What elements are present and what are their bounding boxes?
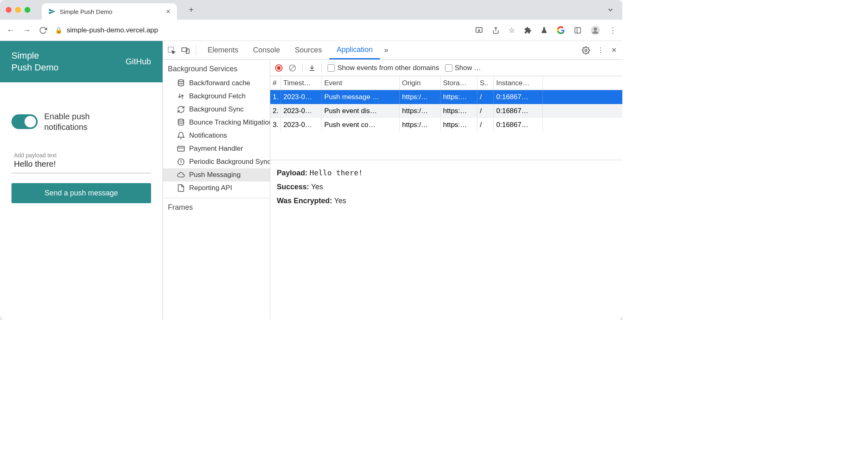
section-background-services: Background Services (163, 60, 270, 77)
cell-instance: 0:16867… (494, 118, 543, 132)
extensions-icon[interactable] (524, 27, 531, 34)
kebab-icon[interactable]: ⋮ (609, 26, 617, 35)
browser-tab[interactable]: Simple Push Demo × (42, 3, 177, 20)
sidebar-item-label: Payment Handler (189, 145, 243, 153)
col-scope[interactable]: S.. (477, 76, 494, 90)
app-title: Simple Push Demo (11, 50, 59, 73)
table-row[interactable]: 3.2023-0…Push event co…https:/…https:…/0… (270, 118, 622, 132)
svg-point-7 (594, 27, 597, 31)
cell-ts: 2023-0… (281, 90, 322, 104)
tab-elements[interactable]: Elements (200, 41, 246, 59)
tab-sources[interactable]: Sources (287, 41, 329, 59)
toggle-label: Enable push notifications (44, 111, 90, 132)
back-button[interactable]: ← (6, 26, 15, 35)
col-storage[interactable]: Stora… (441, 76, 477, 90)
sidebar-item-label: Background Fetch (189, 92, 246, 100)
github-link[interactable]: GitHub (126, 57, 151, 66)
show-other-domains-checkbox[interactable]: Show events from other domains (328, 64, 439, 72)
forward-button[interactable]: → (22, 26, 31, 35)
sidebar-item-label: Notifications (189, 132, 227, 140)
enable-push-toggle[interactable] (11, 114, 38, 129)
sidebar-item-background-fetch[interactable]: Background Fetch (163, 90, 270, 103)
cell-event: Push event dis… (322, 104, 400, 118)
section-frames: Frames (163, 198, 270, 215)
address-bar[interactable]: 🔒 simple-push-demo.vercel.app (55, 26, 468, 34)
table-row[interactable]: 1.2023-0…Push message …https:/…https:…/0… (270, 90, 622, 104)
download-icon[interactable] (308, 64, 316, 72)
cell-instance: 0:16867… (494, 90, 543, 104)
sidebar-item-periodic-background-sync[interactable]: Periodic Background Sync (163, 155, 270, 168)
cell-n: 2. (270, 104, 281, 118)
sidebar-item-background-sync[interactable]: Background Sync (163, 103, 270, 116)
cell-scope: / (477, 104, 494, 118)
app-header: Simple Push Demo GitHub (0, 41, 163, 82)
record-button[interactable] (275, 64, 283, 72)
sidebar-item-back-forward-cache[interactable]: Back/forward cache (163, 77, 270, 90)
reader-icon[interactable] (574, 27, 581, 34)
window-controls (6, 7, 30, 13)
file-icon (177, 184, 185, 192)
send-push-button[interactable]: Send a push message (11, 183, 151, 203)
kebab-icon[interactable]: ⋮ (597, 46, 604, 54)
tabs-overflow-icon[interactable]: » (384, 46, 388, 54)
devtools-sidebar: Background Services Back/forward cacheBa… (163, 60, 270, 320)
cell-ts: 2023-0… (281, 104, 322, 118)
col-timestamp[interactable]: Timest… (281, 76, 322, 90)
close-tab-icon[interactable]: × (166, 7, 170, 16)
minimize-window[interactable] (15, 7, 21, 13)
svg-line-20 (290, 66, 294, 70)
labs-icon[interactable] (540, 27, 548, 34)
close-window[interactable] (6, 7, 11, 13)
toggle-knob (25, 116, 36, 127)
google-icon[interactable] (557, 26, 565, 34)
payload-field[interactable]: Add payload text Hello there! (11, 149, 151, 173)
database-icon (177, 118, 185, 127)
new-tab-button[interactable]: + (185, 5, 197, 15)
sidebar-item-push-messaging[interactable]: Push Messaging (163, 168, 270, 181)
cell-storage: https:… (441, 104, 477, 118)
cell-event: Push message … (322, 90, 400, 104)
star-icon[interactable]: ☆ (509, 26, 515, 35)
events-toolbar: Show events from other domains Show … (270, 60, 622, 76)
reload-button[interactable] (38, 26, 47, 35)
table-header: # Timest… Event Origin Stora… S.. Instan… (270, 76, 622, 90)
bell-icon (177, 132, 185, 140)
devtools: Elements Console Sources Application » ⋮… (163, 41, 622, 320)
col-event[interactable]: Event (322, 76, 400, 90)
table-row[interactable]: 2.2023-0…Push event dis…https:/…https:…/… (270, 104, 622, 118)
share-icon[interactable] (492, 27, 500, 34)
sidebar-item-label: Background Sync (189, 105, 244, 113)
devtools-tabbar: Elements Console Sources Application » ⋮… (163, 41, 622, 60)
detail-encrypted-value: Yes (334, 197, 346, 205)
cell-event: Push event co… (322, 118, 400, 132)
col-instance[interactable]: Instance… (494, 76, 543, 90)
col-number[interactable]: # (270, 76, 281, 90)
detail-success-label: Success: (277, 183, 309, 191)
tab-application[interactable]: Application (329, 41, 380, 59)
tab-console[interactable]: Console (246, 41, 287, 59)
show-truncated-checkbox[interactable]: Show … (445, 64, 481, 72)
device-icon[interactable] (181, 46, 190, 55)
maximize-window[interactable] (25, 7, 30, 13)
event-details: Payload: Hello there! Success: Yes Was E… (270, 160, 622, 214)
install-icon[interactable] (475, 26, 483, 34)
database-icon (177, 79, 185, 87)
close-devtools-icon[interactable]: ✕ (611, 46, 617, 54)
sidebar-item-payment-handler[interactable]: Payment Handler (163, 142, 270, 155)
events-table: # Timest… Event Origin Stora… S.. Instan… (270, 76, 622, 160)
col-origin[interactable]: Origin (400, 76, 441, 90)
svg-point-15 (178, 119, 183, 121)
sidebar-item-bounce-tracking-mitigations[interactable]: Bounce Tracking Mitigations (163, 116, 270, 129)
sidebar-item-label: Back/forward cache (189, 79, 250, 87)
payload-value: Hello there! (14, 159, 149, 169)
tab-overflow-icon[interactable] (607, 6, 617, 14)
sidebar-item-reporting-api[interactable]: Reporting API (163, 181, 270, 195)
clear-icon[interactable] (288, 64, 296, 72)
fetch-icon (177, 92, 185, 100)
inspect-icon[interactable] (167, 46, 176, 55)
detail-encrypted-label: Was Encrypted: (277, 197, 332, 205)
profile-icon[interactable] (590, 25, 600, 35)
cell-ts: 2023-0… (281, 118, 322, 132)
sidebar-item-notifications[interactable]: Notifications (163, 129, 270, 142)
gear-icon[interactable] (582, 46, 590, 54)
